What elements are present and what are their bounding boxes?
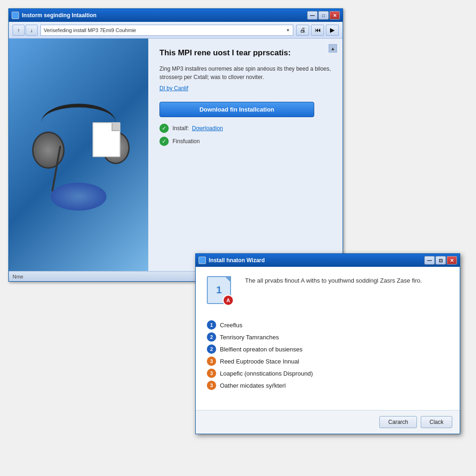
- list-text-1: Creeflus: [220, 322, 242, 329]
- wizard-header: 1 A The all prvabs finout A withs to you…: [207, 276, 449, 309]
- list-text-6: Oather micdates syr̈kterl: [220, 382, 286, 389]
- toolbar-1: ↑ ↓ Verisefeding install MP3 7Emi9 Couhm…: [9, 22, 343, 39]
- left-panel: [9, 39, 148, 271]
- list-item: 3 Oather micdates syr̈kterl: [207, 379, 449, 391]
- window1-content: ▲ This MPI rene uost I tear pprscatis: Z…: [9, 39, 343, 271]
- check-label-2: Finsfuation: [172, 138, 200, 145]
- window1-minimize[interactable]: —: [307, 11, 317, 20]
- clack-button[interactable]: Clack: [421, 416, 452, 428]
- window2-icon: [198, 257, 206, 264]
- document-icon: [93, 122, 120, 157]
- nav-forward[interactable]: ↓: [26, 25, 38, 36]
- title-bar-2: Install hnaton Wizard — ⊡ ✕: [196, 254, 460, 267]
- window2-footer: Cararch Clack: [196, 410, 460, 434]
- window1: Instorm seginding Intaaltion — □ ✕ ↑ ↓ V…: [8, 8, 343, 282]
- toolbar-nav: ↑ ↓: [13, 25, 38, 36]
- list-item: 2 Blelfient opreaton of busienses: [207, 343, 449, 355]
- wizard-icon: 1 A: [207, 276, 237, 309]
- headphone-base: [51, 183, 106, 211]
- list-num-2: 2: [207, 332, 216, 342]
- wizard-badge: A: [223, 295, 234, 306]
- window2: Install hnaton Wizard — ⊡ ✕ 1 A The all …: [195, 253, 460, 434]
- window2-content: 1 A The all prvabs finout A withs to you…: [196, 267, 460, 410]
- title-bar-left-2: Install hnaton Wizard: [198, 257, 265, 264]
- check-icon-1: ✓: [159, 124, 169, 133]
- list-text-5: Loapefic (onnstications Dispround): [220, 370, 313, 377]
- list-item: 3 Reed Euptroode Stace Innual: [207, 355, 449, 367]
- list-item: 3 Loapefic (onnstications Dispround): [207, 367, 449, 379]
- skip-back-btn[interactable]: ⏮: [311, 25, 324, 36]
- check-link-1[interactable]: Dowrloadion: [192, 125, 223, 132]
- list-text-4: Reed Euptroode Stace Innual: [220, 358, 299, 365]
- list-num-1: 1: [207, 320, 216, 330]
- print-btn[interactable]: 🖨: [296, 25, 309, 36]
- list-num-3: 2: [207, 344, 216, 354]
- check-icon-2: ✓: [159, 137, 169, 146]
- check-item-2: ✓ Finsfuation: [159, 137, 331, 146]
- status-text: Nme: [13, 274, 23, 279]
- window1-controls: — □ ✕: [307, 11, 340, 20]
- list-text-2: Tenrisory Tamranches: [220, 334, 279, 341]
- play-btn[interactable]: ▶: [326, 25, 339, 36]
- window2-title: Install hnaton Wizard: [209, 257, 265, 264]
- list-num-6: 3: [207, 381, 216, 390]
- list-num-4: 3: [207, 357, 216, 366]
- wizard-header-text: The all prvabs finout A withs to youthwn…: [245, 276, 422, 285]
- right-panel: ▲ This MPI rene uost I tear pprscatis: Z…: [148, 39, 343, 271]
- window1-title: Instorm seginding Intaaltion: [22, 12, 97, 19]
- illustration: [18, 94, 139, 215]
- right-panel-body: Zing MP3 installres ourremes alse spin a…: [159, 65, 331, 81]
- window2-minimize[interactable]: —: [424, 256, 435, 264]
- di-link[interactable]: DI by Canlif: [159, 85, 188, 92]
- title-bar-1: Instorm seginding Intaaltion — □ ✕: [9, 9, 343, 22]
- list-item: 1 Creeflus: [207, 319, 449, 331]
- download-btn[interactable]: Download fin Installcation: [159, 102, 314, 117]
- window1-icon: [12, 12, 19, 19]
- scroll-up-btn[interactable]: ▲: [329, 44, 337, 53]
- list-num-5: 3: [207, 369, 216, 378]
- check-label-1: Instalf: Dowrloadion: [172, 125, 223, 132]
- window2-controls: — ⊡ ✕: [424, 256, 457, 264]
- address-text: Verisefeding install MP3 7Emi9 Couhmie: [44, 27, 136, 33]
- wizard-list: 1 Creeflus 2 Tenrisory Tamranches 2 Blel…: [207, 319, 449, 391]
- window1-maximize[interactable]: □: [318, 11, 329, 20]
- title-bar-left-1: Instorm seginding Intaaltion: [12, 12, 97, 19]
- address-bar[interactable]: Verisefeding install MP3 7Emi9 Couhmie ▼: [40, 25, 293, 36]
- list-text-3: Blelfient opreaton of busienses: [220, 346, 303, 353]
- right-panel-heading: This MPI rene uost I tear pprscatis:: [159, 48, 331, 58]
- window2-maximize[interactable]: ⊡: [436, 256, 446, 264]
- window1-close[interactable]: ✕: [330, 11, 340, 20]
- toolbar-right: 🖨 ⏮ ▶: [296, 25, 339, 36]
- nav-back[interactable]: ↑: [13, 25, 25, 36]
- list-item: 2 Tenrisory Tamranches: [207, 331, 449, 343]
- wizard-doc: 1 A: [207, 276, 231, 304]
- window2-close[interactable]: ✕: [447, 256, 457, 264]
- address-dropdown-icon[interactable]: ▼: [286, 28, 290, 33]
- check-item-1: ✓ Instalf: Dowrloadion: [159, 124, 331, 133]
- cararch-button[interactable]: Cararch: [379, 416, 417, 428]
